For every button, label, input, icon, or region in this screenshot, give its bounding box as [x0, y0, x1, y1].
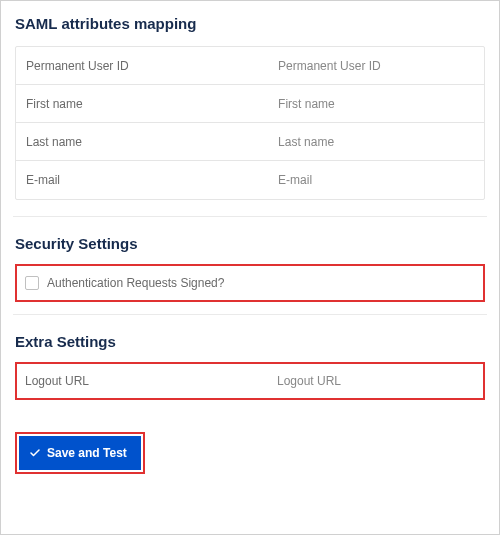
mapping-input-email[interactable] [278, 173, 484, 187]
mapping-row-permanent-user-id: Permanent User ID [16, 47, 484, 85]
mapping-label: E-mail [16, 173, 278, 187]
auth-signed-checkbox[interactable] [25, 276, 39, 290]
save-and-test-button[interactable]: Save and Test [19, 436, 141, 470]
extra-settings-title: Extra Settings [15, 333, 485, 350]
auth-signed-label: Authentication Requests Signed? [47, 276, 224, 290]
logout-url-input[interactable] [277, 374, 475, 388]
mapping-input-permanent-user-id[interactable] [278, 59, 484, 73]
security-highlight-box: Authentication Requests Signed? [15, 264, 485, 302]
security-settings-title: Security Settings [15, 235, 485, 252]
check-icon [29, 447, 41, 459]
mapping-row-email: E-mail [16, 161, 484, 199]
auth-signed-row: Authentication Requests Signed? [25, 276, 475, 290]
saml-mapping-table: Permanent User ID First name Last name E… [15, 46, 485, 200]
extra-highlight-box: Logout URL [15, 362, 485, 400]
mapping-input-last-name[interactable] [278, 135, 484, 149]
mapping-label: First name [16, 97, 278, 111]
mapping-row-last-name: Last name [16, 123, 484, 161]
logout-url-row: Logout URL [25, 374, 475, 388]
mapping-row-first-name: First name [16, 85, 484, 123]
mapping-input-first-name[interactable] [278, 97, 484, 111]
logout-url-label: Logout URL [25, 374, 277, 388]
section-divider [13, 216, 487, 217]
mapping-label: Permanent User ID [16, 59, 278, 73]
save-highlight-box: Save and Test [15, 432, 145, 474]
save-button-label: Save and Test [47, 446, 127, 460]
saml-mapping-title: SAML attributes mapping [15, 15, 485, 32]
section-divider [13, 314, 487, 315]
mapping-label: Last name [16, 135, 278, 149]
